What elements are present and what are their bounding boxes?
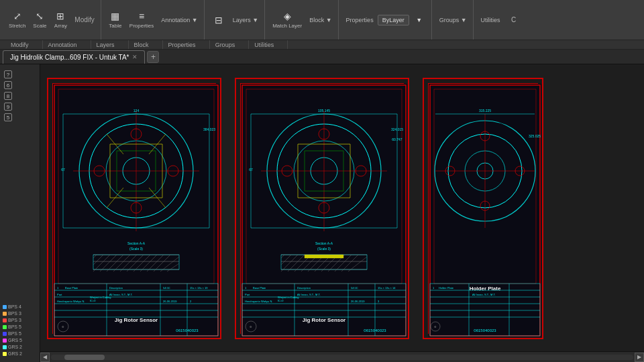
groups-group: Groups ▼: [433, 0, 474, 40]
sidebar-row-dot: [3, 339, 7, 343]
ribbon-modify: Modify: [5, 40, 43, 49]
tab-add-button[interactable]: +: [147, 51, 159, 63]
svg-line-31: [93, 255, 110, 272]
properties2-button[interactable]: Properties: [343, 15, 377, 25]
sidebar-item-6[interactable]: 6: [1, 80, 38, 90]
layers-label: Layers ▼: [233, 17, 258, 23]
svg-text:124: 124: [133, 109, 140, 113]
svg-text:105.145: 105.145: [318, 109, 330, 113]
match-layer-icon: ◈: [280, 11, 294, 21]
svg-text:Jig Rotor Sensor: Jig Rotor Sensor: [115, 317, 158, 323]
sidebar-rows: BPS 4 BPS 3 BPS 3 BPS 5 BPS 5 GRS 5: [1, 298, 38, 357]
sidebar-row-dot: [3, 325, 7, 329]
annotation-properties-label: Properties: [129, 23, 154, 29]
svg-rect-107: [305, 255, 343, 258]
svg-text:Holder Plate: Holder Plate: [439, 286, 454, 290]
layers-button[interactable]: ⊟: [209, 13, 229, 27]
sidebar-num-6: 6: [4, 81, 12, 89]
sheet-2-drawing: 105.145 67 324.015 60.747 Section A-A (S…: [241, 84, 407, 337]
layers-dropdown-button[interactable]: Layers ▼: [229, 15, 262, 25]
stretch-button[interactable]: ⤢ Stretch: [5, 9, 29, 30]
sidebar-row-dot: [3, 312, 7, 316]
svg-text:15s × 13s × 19: 15s × 13s × 19: [190, 286, 208, 290]
annotation-dropdown-button[interactable]: Annotation ▼: [158, 15, 201, 25]
sidebar-row-grs5a[interactable]: GRS 5: [1, 337, 38, 343]
scroll-right-button[interactable]: ▶: [635, 353, 644, 362]
sidebar-row-bps5b[interactable]: BPS 5: [1, 330, 38, 337]
block-label: Block ▼: [309, 17, 331, 23]
svg-text:Ali Imran, S.T., M.T.: Ali Imran, S.T., M.T.: [109, 293, 133, 296]
tab-close-button[interactable]: ✕: [132, 54, 138, 60]
block-group: ◈ Match Layer Block ▼: [266, 0, 338, 40]
sidebar-row-bps3a[interactable]: BPS 3: [1, 310, 38, 316]
canvas-area: 124 67 384.023 Section A-A (Scale 3): [40, 64, 644, 362]
svg-text:1: 1: [245, 286, 247, 290]
sidebar-row-bps3b[interactable]: BPS 3: [1, 317, 38, 323]
svg-line-39: [147, 255, 164, 272]
table-button[interactable]: ▦ Table: [105, 9, 125, 30]
properties-group: Properties ByLayer ▼: [340, 0, 432, 40]
c-button[interactable]: C: [504, 15, 523, 25]
svg-line-96: [281, 255, 298, 272]
ribbon-block: Block: [129, 40, 163, 49]
svg-line-30: [93, 255, 103, 265]
svg-line-38: [140, 255, 157, 272]
svg-line-29: [93, 255, 97, 258]
svg-text:Ali Imran, S.T., M.T.: Ali Imran, S.T., M.T.: [297, 293, 321, 296]
scroll-left-button[interactable]: ◀: [40, 353, 50, 362]
layers-icon: ⊟: [212, 15, 225, 25]
svg-line-97: [288, 255, 305, 272]
c-label: C: [511, 16, 516, 23]
svg-text:Description: Description: [297, 286, 311, 290]
sidebar-row-bps5a[interactable]: BPS 5: [1, 324, 38, 330]
array-button[interactable]: ⊞ Array: [50, 9, 70, 30]
svg-line-36: [127, 255, 144, 272]
sidebar-item-5[interactable]: 5: [1, 113, 38, 122]
properties-dropdown[interactable]: ▼: [410, 15, 429, 25]
array-icon: ⊞: [54, 11, 67, 21]
tab-main[interactable]: Jig Hidrolik Clamp...609 FIX - Untuk TA*…: [3, 50, 145, 64]
properties-button[interactable]: ≡ Properties: [126, 9, 157, 30]
utilities-label: Utilities: [481, 17, 500, 23]
svg-text:Hendrayanto Wahyu N.: Hendrayanto Wahyu N.: [57, 300, 85, 303]
sidebar-item-question[interactable]: ?: [1, 70, 38, 79]
match-layer-button[interactable]: ◈ Match Layer: [269, 9, 305, 30]
utilities-button[interactable]: Utilities: [478, 15, 504, 25]
stretch-label: Stretch: [9, 23, 25, 29]
svg-line-37: [133, 255, 150, 272]
sidebar-row-dot: [3, 318, 7, 322]
svg-line-105: [341, 255, 358, 272]
sidebar-row-bps4[interactable]: BPS 4: [1, 304, 38, 310]
svg-line-95: [281, 255, 291, 265]
svg-text:0615040023: 0615040023: [474, 328, 496, 333]
sidebar-row-grs2b[interactable]: GRS 2: [1, 351, 38, 357]
canvas-scrollbar: ◀ ▶: [40, 351, 644, 362]
utilities-group: Utilities C: [475, 0, 526, 40]
svg-text:1: 1: [57, 286, 59, 290]
scale-icon: ⤡: [33, 11, 46, 21]
svg-text:⚙: ⚙: [62, 325, 64, 328]
sidebar-item-9[interactable]: 9: [1, 102, 38, 111]
bylayer-button[interactable]: ByLayer: [378, 15, 409, 25]
properties2-label: Properties: [346, 17, 374, 23]
horizontal-scrollbar[interactable]: [51, 355, 633, 360]
svg-line-106: [348, 257, 367, 272]
sheet-2: 105.145 67 324.015 60.747 Section A-A (S…: [235, 78, 409, 339]
block-dropdown-button[interactable]: Block ▼: [306, 15, 335, 25]
modify-group: ⤢ Stretch ⤡ Scale ⊞ Array Modify: [3, 0, 101, 40]
svg-text:3: 3: [378, 300, 380, 303]
groups-dropdown-button[interactable]: Groups ▼: [436, 15, 470, 25]
sidebar-num-question: ?: [4, 70, 12, 78]
stretch-icon: ⤢: [11, 11, 24, 21]
sheet-3: Holder Plate 0615040023 1 Holder Plate A…: [423, 78, 543, 339]
scale-button[interactable]: ⤡ Scale: [30, 9, 50, 30]
svg-text:15s × 13s × 14: 15s × 13s × 14: [378, 286, 396, 290]
modify-dropdown-button[interactable]: Modify: [71, 15, 97, 25]
sheet-1: 124 67 384.023 Section A-A (Scale 3): [47, 78, 221, 339]
svg-text:Base Plate: Base Plate: [65, 286, 78, 290]
sidebar-row-grs2a[interactable]: GRS 2: [1, 344, 38, 350]
svg-line-40: [154, 255, 170, 272]
sidebar: ? 6 8 9 5 BPS 4 BPS 3 BPS 3: [0, 64, 40, 362]
sheet-2-inner: 105.145 67 324.015 60.747 Section A-A (S…: [240, 83, 404, 334]
sidebar-item-8[interactable]: 8: [1, 91, 38, 101]
